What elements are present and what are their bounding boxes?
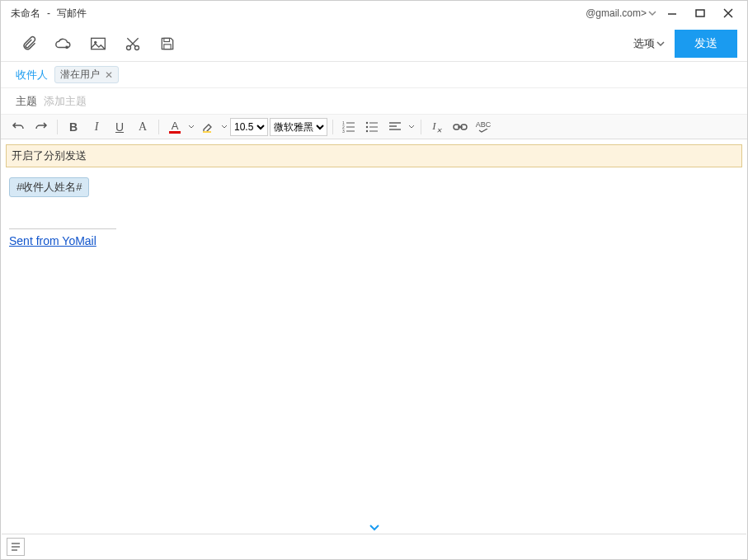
align-icon (388, 120, 402, 134)
chevron-down-icon (408, 124, 415, 130)
highlight-button[interactable] (197, 117, 219, 137)
separator (57, 120, 58, 134)
svg-rect-7 (164, 44, 171, 49)
chevron-down-icon (188, 124, 195, 130)
align-dropdown[interactable] (407, 124, 416, 130)
svg-text:3: 3 (342, 129, 345, 134)
redo-icon (35, 120, 48, 134)
format-toolbar: B I U A A 10.5 微软雅黑 123 I✕ ABC (1, 115, 747, 139)
chevron-down-icon (656, 40, 665, 48)
image-icon (90, 35, 106, 52)
bold-button[interactable]: B (63, 117, 84, 137)
clear-format-icon: I✕ (432, 120, 441, 134)
subject-input[interactable] (44, 95, 739, 107)
unordered-list-icon (365, 120, 379, 134)
titlebar-title: 未命名 - 写邮件 (7, 7, 586, 21)
notice-text: 开启了分别发送 (12, 149, 87, 162)
svg-rect-1 (696, 10, 704, 16)
account-email: @gmail.com> (586, 7, 647, 19)
minimize-button[interactable] (660, 3, 684, 23)
chevron-down-icon (369, 523, 380, 531)
chevron-down-icon (648, 9, 656, 17)
recipient-row: 收件人 潜在用户 ✕ (1, 62, 747, 88)
titlebar: 未命名 - 写邮件 @gmail.com> (1, 1, 747, 26)
recipient-chip-text: 潜在用户 (60, 68, 100, 82)
cloud-icon (54, 35, 73, 52)
variable-chip[interactable]: #收件人姓名# (9, 177, 89, 197)
main-toolbar: 选项 发送 (1, 26, 747, 62)
svg-point-15 (366, 121, 368, 123)
font-color-button[interactable]: A (164, 117, 186, 137)
undo-button[interactable] (7, 117, 29, 137)
font-color-dropdown[interactable] (187, 124, 195, 130)
subject-label: 主题 (16, 94, 37, 109)
recipient-chip[interactable]: 潜在用户 ✕ (54, 66, 119, 83)
notice-bar: 开启了分别发送 (6, 144, 742, 167)
options-label: 选项 (633, 36, 655, 51)
font-style-button[interactable]: A (132, 117, 153, 137)
window-title-mode: 写邮件 (57, 7, 87, 21)
clear-format-button[interactable]: I✕ (426, 117, 448, 137)
ordered-list-icon: 123 (342, 120, 355, 134)
subject-row: 主题 (1, 88, 747, 115)
insert-image-button[interactable] (88, 34, 108, 54)
separator (158, 120, 159, 134)
editor-body[interactable]: #收件人姓名# Sent from YoMail (1, 167, 747, 497)
cloud-attach-button[interactable] (54, 34, 73, 54)
expand-handle[interactable] (1, 523, 747, 531)
font-size-select[interactable]: 10.5 (230, 118, 268, 136)
account-selector[interactable]: @gmail.com> (586, 7, 656, 19)
options-dropdown[interactable]: 选项 (633, 36, 665, 51)
close-button[interactable] (716, 3, 741, 23)
svg-rect-8 (203, 131, 211, 133)
plaintext-toggle-button[interactable] (7, 538, 25, 556)
attachment-button[interactable] (19, 34, 39, 54)
save-icon (159, 35, 176, 52)
text-icon (10, 541, 21, 553)
spellcheck-icon: ABC (476, 121, 492, 129)
link-icon (453, 121, 468, 133)
signature-divider (9, 228, 116, 229)
font-name-select[interactable]: 微软雅黑 (270, 118, 327, 136)
spellcheck-button[interactable]: ABC (473, 117, 494, 137)
paperclip-icon (21, 35, 37, 52)
maximize-button[interactable] (688, 3, 713, 23)
redo-button[interactable] (31, 117, 52, 137)
separator (421, 120, 421, 134)
cut-button[interactable] (123, 34, 143, 54)
chip-remove-button[interactable]: ✕ (103, 69, 115, 81)
align-button[interactable] (384, 117, 406, 137)
window-title-sep: - (47, 7, 50, 19)
recipient-label[interactable]: 收件人 (16, 68, 48, 82)
italic-button[interactable]: I (86, 117, 107, 137)
separator (332, 120, 333, 134)
svg-point-16 (366, 125, 368, 127)
chevron-down-icon (221, 124, 228, 130)
scissors-icon (125, 35, 141, 52)
unordered-list-button[interactable] (361, 117, 383, 137)
window-title-docname: 未命名 (11, 7, 40, 21)
undo-icon (12, 120, 25, 134)
bottom-bar (2, 534, 746, 558)
ordered-list-button[interactable]: 123 (338, 117, 360, 137)
insert-link-button[interactable] (449, 117, 471, 137)
save-button[interactable] (158, 34, 177, 54)
svg-point-17 (366, 129, 368, 131)
send-button[interactable]: 发送 (675, 30, 737, 58)
highlight-dropdown[interactable] (220, 124, 228, 130)
highlight-icon (201, 120, 214, 134)
underline-button[interactable]: U (109, 117, 130, 137)
signature-link[interactable]: Sent from YoMail (9, 234, 96, 247)
